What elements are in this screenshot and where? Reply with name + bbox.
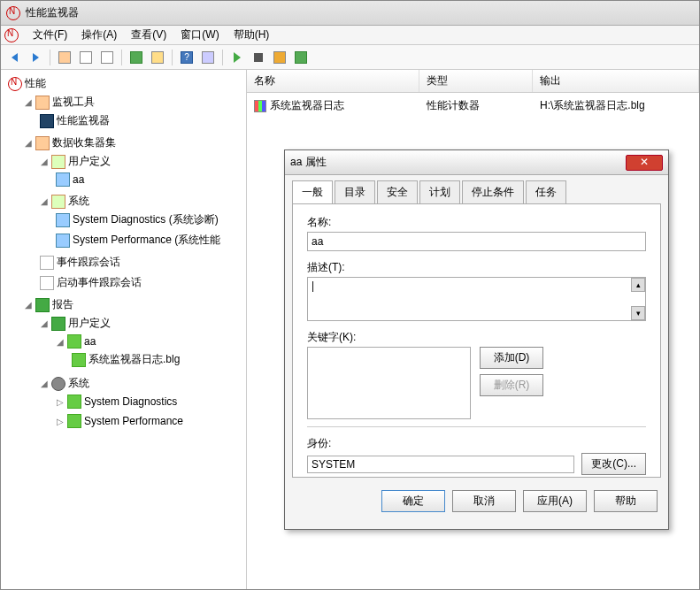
help-icon: ? <box>181 51 193 64</box>
separator <box>172 50 173 65</box>
separator <box>50 50 50 65</box>
back-button[interactable] <box>4 48 24 67</box>
view-icon <box>80 51 92 64</box>
expand-icon[interactable]: ▷ <box>56 417 65 426</box>
folder-icon <box>35 136 50 150</box>
perf-icon <box>8 77 22 91</box>
keyword-list[interactable] <box>307 347 471 419</box>
forward-button[interactable] <box>26 48 45 67</box>
collapse-icon[interactable]: ◢ <box>24 97 33 107</box>
collapse-icon[interactable]: ◢ <box>40 157 49 166</box>
view-button[interactable] <box>76 48 96 67</box>
tree-monitor-tools[interactable]: ◢监视工具 <box>22 94 246 111</box>
collapse-icon[interactable]: ◢ <box>56 337 65 347</box>
tree-rep-sd[interactable]: ▷System Diagnostics <box>54 394 246 410</box>
tabs: 一般 目录 安全 计划 停止条件 任务 <box>285 175 668 203</box>
folder-icon <box>35 96 50 110</box>
log-button[interactable] <box>291 48 311 67</box>
expand-icon[interactable]: ▷ <box>56 397 65 407</box>
tree-collector-sets[interactable]: ◢数据收集器集 <box>22 134 246 151</box>
collapse-icon[interactable]: ◢ <box>24 300 33 310</box>
collapse-icon[interactable]: ◢ <box>24 138 33 148</box>
collapse-icon[interactable]: ◢ <box>40 379 49 388</box>
refresh-button[interactable] <box>127 48 146 67</box>
menu-action[interactable]: 操作(A) <box>74 26 124 44</box>
prop-button[interactable] <box>198 48 218 67</box>
titlebar: 性能监视器 <box>1 1 699 26</box>
help-button[interactable]: 帮助 <box>594 490 658 512</box>
menu-window[interactable]: 窗口(W) <box>173 26 226 44</box>
dialog-buttons: 确定 取消 应用(A) 帮助 <box>285 485 668 517</box>
tree-rep-user[interactable]: ◢用户定义 <box>38 315 246 332</box>
col-type[interactable]: 类型 <box>419 70 533 92</box>
menubar-app-icon <box>4 28 19 42</box>
folder-button[interactable] <box>55 48 74 67</box>
tree-user-defined[interactable]: ◢用户定义 <box>38 153 246 170</box>
menu-help[interactable]: 帮助(H) <box>227 26 277 44</box>
tree-rep-system[interactable]: ◢系统 <box>38 375 246 392</box>
tree-sys-diag[interactable]: System Diagnostics (系统诊断) <box>54 211 246 228</box>
menu-view[interactable]: 查看(V) <box>124 26 173 44</box>
stop-icon <box>254 53 263 62</box>
change-button[interactable]: 更改(C)... <box>581 453 646 475</box>
tab-general[interactable]: 一般 <box>292 180 333 203</box>
scroll-down-icon[interactable]: ▾ <box>631 306 645 320</box>
doc-icon <box>40 276 54 290</box>
window-button[interactable] <box>97 48 117 67</box>
export-icon <box>151 51 164 64</box>
tree-aa[interactable]: aa <box>54 172 246 188</box>
dialog-titlebar: aa 属性 ✕ <box>285 150 668 175</box>
cancel-button[interactable]: 取消 <box>452 490 516 512</box>
col-name[interactable]: 名称 <box>247 70 419 92</box>
add-button[interactable]: 添加(D) <box>480 347 543 369</box>
tree-rep-aa[interactable]: ◢aa <box>54 333 246 349</box>
tree-panel[interactable]: 性能 ◢监视工具 性能监视器 ◢数据收集器集 ◢用户定义 aa <box>1 70 247 589</box>
collapse-icon[interactable]: ◢ <box>40 318 49 328</box>
tab-stop[interactable]: 停止条件 <box>462 180 524 203</box>
tree-event-trace[interactable]: 事件跟踪会话 <box>38 254 246 271</box>
toolbar: ? <box>1 45 699 70</box>
folder-icon <box>51 155 65 169</box>
col-output[interactable]: 输出 <box>533 70 699 92</box>
close-button[interactable]: ✕ <box>626 155 663 171</box>
log-icon <box>295 51 307 64</box>
tree-rep-log[interactable]: 系统监视器日志.blg <box>70 351 246 368</box>
list-row[interactable]: 系统监视器日志 性能计数器 H:\系统监视器日志.blg <box>247 93 699 119</box>
play-icon <box>234 52 241 63</box>
name-field: aa <box>307 232 646 251</box>
tab-schedule[interactable]: 计划 <box>419 180 460 203</box>
tab-task[interactable]: 任务 <box>526 180 566 203</box>
separator <box>121 50 122 65</box>
tree-startup-event[interactable]: 启动事件跟踪会话 <box>38 274 246 291</box>
tree-reports[interactable]: ◢报告 <box>22 296 246 313</box>
dialog-title: aa 属性 <box>290 155 626 170</box>
stop-button[interactable] <box>249 48 268 67</box>
help-button[interactable]: ? <box>177 48 196 67</box>
tab-dir[interactable]: 目录 <box>335 180 375 203</box>
scroll-up-icon[interactable]: ▴ <box>631 278 645 292</box>
main-window: 性能监视器 文件(F) 操作(A) 查看(V) 窗口(W) 帮助(H) ? 性能 <box>0 0 700 590</box>
new-button[interactable] <box>270 48 289 67</box>
tab-security[interactable]: 安全 <box>377 180 418 203</box>
db-icon <box>72 353 86 367</box>
desc-label: 描述(T): <box>307 260 646 275</box>
menu-file[interactable]: 文件(F) <box>26 26 74 44</box>
play-button[interactable] <box>227 48 247 67</box>
folder-icon <box>58 51 71 64</box>
window-icon <box>101 51 113 64</box>
id-label: 身份: <box>307 436 646 451</box>
tree-sys-perf[interactable]: System Performance (系统性能 <box>54 232 246 249</box>
tree-rep-sp[interactable]: ▷System Performance <box>54 413 246 429</box>
tree-root[interactable]: 性能 <box>6 75 246 92</box>
desc-field[interactable]: | ▴ ▾ <box>307 277 646 321</box>
separator <box>222 50 223 65</box>
tree-perf-monitor[interactable]: 性能监视器 <box>38 112 246 129</box>
collapse-icon[interactable]: ◢ <box>40 196 49 206</box>
delete-button[interactable]: 删除(R) <box>480 374 543 396</box>
export-button[interactable] <box>148 48 167 67</box>
list-header: 名称 类型 输出 <box>247 70 699 93</box>
ok-button[interactable]: 确定 <box>381 490 445 512</box>
tree-system[interactable]: ◢系统 <box>38 193 246 210</box>
apply-button[interactable]: 应用(A) <box>523 490 587 512</box>
doc-icon <box>40 256 54 270</box>
